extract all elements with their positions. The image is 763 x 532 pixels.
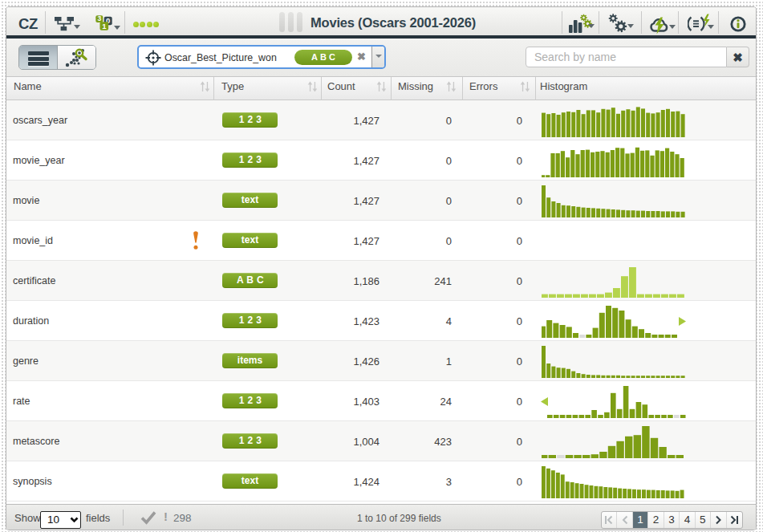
svg-text:3: 3 xyxy=(97,15,101,22)
svg-text:1: 1 xyxy=(102,22,107,30)
